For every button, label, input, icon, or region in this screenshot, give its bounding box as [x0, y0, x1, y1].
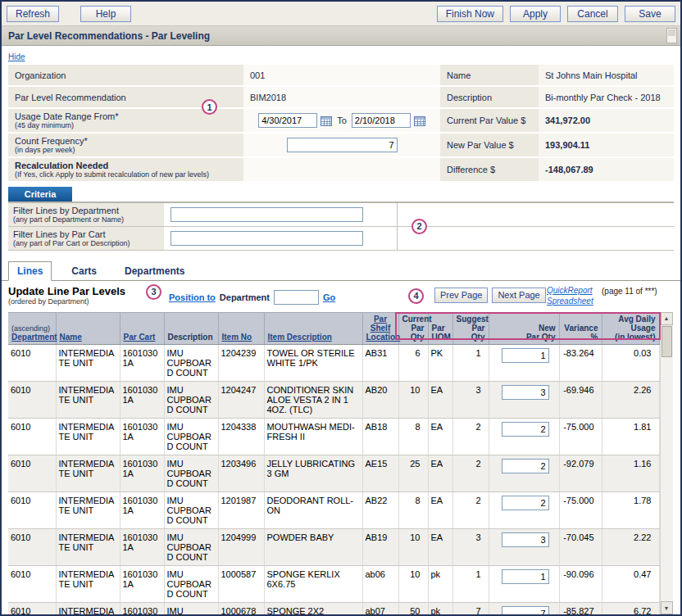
cell-department: 6010: [8, 528, 56, 565]
quick-report-link[interactable]: QuickReport: [547, 285, 593, 296]
cell-new-qty: [489, 565, 559, 602]
cell-item-description: SPONGE 2X2 STERILE 8 PLY: [264, 602, 362, 614]
col-header-par-cart[interactable]: Par Cart: [120, 312, 164, 344]
position-to-label: Department: [220, 292, 270, 302]
col-header-department[interactable]: (ascending)Department: [8, 312, 56, 344]
new-par-qty-input[interactable]: [502, 459, 549, 473]
cell-current-qty: 6: [398, 344, 428, 381]
cell-uom: pk: [428, 565, 452, 602]
new-par-qty-input[interactable]: [502, 348, 549, 363]
cell-current-qty: 10: [398, 528, 428, 565]
filter-par-cart-label: Filter Lines by Par Cart (any part of Pa…: [8, 227, 164, 250]
filter-department-row: Filter Lines by Department (any part of …: [8, 203, 674, 227]
position-to-group: Position to Department Go: [169, 290, 335, 305]
col-header-par-shelf-location[interactable]: Par Shelf Location: [362, 312, 398, 344]
cell-suggest-qty: 1: [452, 565, 489, 602]
col-header-name[interactable]: Name: [56, 312, 120, 344]
cell-par-cart: 16010301A: [120, 528, 164, 565]
cell-variance: -69.946: [559, 381, 602, 418]
prev-page-button[interactable]: Prev Page: [434, 288, 488, 303]
col-header-suggest-par-qty: Suggest Par Qty: [452, 312, 489, 344]
cell-variance: -90.096: [559, 565, 602, 602]
scrollbar-thumb[interactable]: [662, 326, 672, 357]
cell-item-description: DEODORANT ROLL-ON: [264, 491, 362, 528]
finish-now-button[interactable]: Finish Now: [437, 6, 503, 22]
cell-variance: -83.264: [559, 344, 602, 381]
cell-par-cart: 16010301A: [120, 344, 164, 381]
filter-par-cart-spacer: [398, 227, 674, 250]
cell-item-no: 1000678: [218, 602, 264, 614]
cell-item-description: TOWEL OR STERILE WHITE 1/PK: [264, 344, 362, 381]
cancel-button[interactable]: Cancel: [567, 6, 618, 22]
date-to-input[interactable]: [352, 113, 411, 128]
position-to-input[interactable]: [274, 290, 319, 305]
table-wrap: (ascending)Department Name Par Cart Desc…: [8, 312, 674, 614]
lines-panel-header: Update Line Par Levels (ordered by Depar…: [8, 284, 674, 312]
hide-link[interactable]: Hide: [8, 52, 25, 61]
new-par-qty-input[interactable]: [502, 496, 549, 510]
spreadsheet-link[interactable]: Spreadsheet: [547, 296, 593, 306]
cell-new-qty: [489, 528, 559, 565]
cell-item-no: 1000587: [218, 565, 264, 602]
cell-variance: -70.045: [559, 528, 602, 565]
recommendation-value: BIM2018: [243, 87, 440, 109]
cell-suggest-qty: 2: [452, 418, 489, 455]
cell-location: AB20: [362, 381, 398, 418]
name-value: St Johns Main Hospital: [539, 65, 674, 87]
cell-description: IMU CUPBOARD COUNT: [164, 381, 218, 418]
filter-department-input[interactable]: [170, 207, 363, 222]
usage-date-range-value: To: [243, 109, 440, 134]
tab-carts[interactable]: Carts: [63, 262, 105, 280]
new-par-qty-input[interactable]: [502, 385, 549, 400]
new-par-qty-input[interactable]: [502, 532, 549, 547]
filter-par-cart-row: Filter Lines by Par Cart (any part of Pa…: [8, 227, 674, 251]
date-from-input[interactable]: [258, 113, 317, 128]
new-par-qty-input[interactable]: [502, 569, 549, 584]
tab-criteria[interactable]: Criteria: [8, 187, 72, 202]
filter-par-cart-input[interactable]: [170, 231, 363, 246]
col-header-item-no[interactable]: Item No: [218, 312, 264, 344]
col-header-item-description[interactable]: Item Description: [264, 312, 362, 344]
cell-uom: EA: [428, 455, 452, 491]
scroll-up-button[interactable]: ▲: [661, 312, 673, 325]
annotation-1: 1: [202, 99, 217, 115]
cell-description: IMU CUPBOARD COUNT: [164, 455, 218, 491]
count-frequency-input[interactable]: [287, 138, 398, 152]
toolbar: Refresh Help Finish Now Apply Cancel Sav…: [2, 2, 680, 26]
recalculation-label: Recalculation Needed (If Yes, click Appl…: [8, 158, 243, 183]
cell-uom: EA: [428, 381, 452, 418]
apply-button[interactable]: Apply: [510, 6, 561, 22]
table-row: 6010INTERMEDIATE UNIT16010301AIMU CUPBOA…: [8, 418, 659, 455]
next-page-button[interactable]: Next Page: [492, 288, 545, 303]
new-par-value: 193,904.11: [539, 134, 674, 158]
panel-title-block: Update Line Par Levels (ordered by Depar…: [8, 285, 125, 306]
cell-suggest-qty: 3: [452, 528, 489, 565]
cell-par-cart: 16010301A: [120, 602, 164, 614]
position-to-link[interactable]: Position to: [169, 292, 216, 302]
new-par-qty-input[interactable]: [502, 422, 549, 437]
page-scrollbar[interactable]: [666, 28, 677, 43]
calendar-icon[interactable]: [321, 116, 332, 126]
cell-department: 6010: [8, 602, 56, 614]
scroll-down-button[interactable]: ▼: [661, 601, 673, 614]
save-button[interactable]: Save: [625, 6, 675, 22]
new-par-qty-input[interactable]: [502, 606, 549, 614]
cell-current-qty: 10: [398, 381, 428, 418]
cell-item-no: 1204338: [218, 418, 264, 455]
cell-suggest-qty: 1: [452, 344, 489, 381]
cell-new-qty: [489, 381, 559, 418]
cell-name: INTERMEDIATE UNIT: [56, 491, 120, 528]
help-button[interactable]: Help: [80, 6, 131, 22]
page-scrollbar-thumb[interactable]: [668, 29, 675, 36]
tab-lines[interactable]: Lines: [8, 261, 52, 281]
calendar-icon[interactable]: [414, 116, 425, 126]
difference-label: Difference $: [440, 158, 539, 183]
go-link[interactable]: Go: [323, 292, 335, 302]
refresh-button[interactable]: Refresh: [7, 6, 59, 22]
cell-location: AB18: [362, 418, 398, 455]
cell-name: INTERMEDIATE UNIT: [56, 602, 120, 614]
table-row: 6010INTERMEDIATE UNIT16010301AIMU CUPBOA…: [8, 344, 659, 381]
table-scrollbar[interactable]: ▲ ▼: [660, 312, 673, 614]
tab-departments[interactable]: Departments: [116, 262, 193, 280]
col-header-new-par-qty: New Par Qty: [489, 312, 559, 344]
